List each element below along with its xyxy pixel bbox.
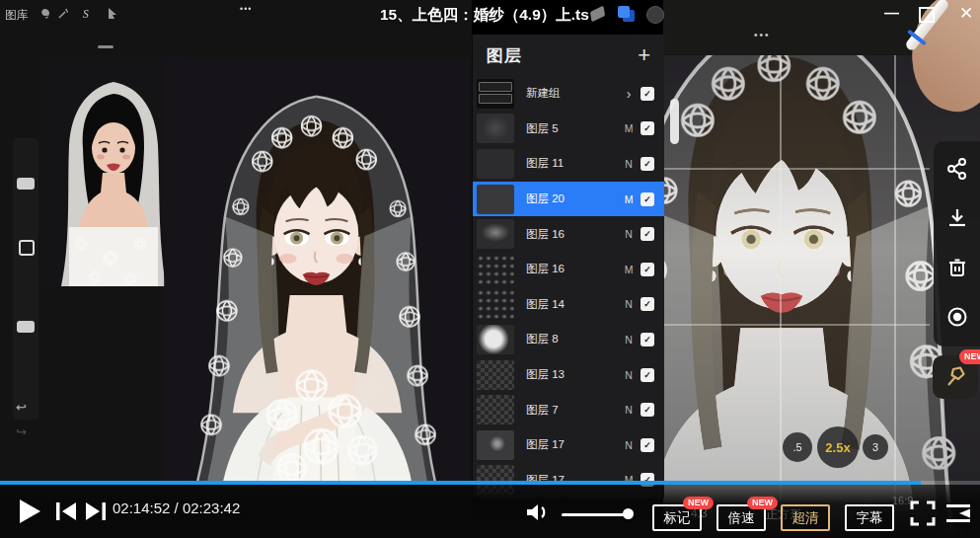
window-more-icon[interactable]: ••• <box>240 4 252 14</box>
brush-opacity-slider[interactable] <box>17 321 35 333</box>
color-tool-icon[interactable] <box>646 6 664 24</box>
minimize-button[interactable]: — <box>878 2 905 23</box>
wrench-icon[interactable] <box>38 8 49 20</box>
layer-visibility-checkbox[interactable]: ✓ <box>641 333 654 346</box>
share-icon[interactable] <box>945 157 969 181</box>
layer-name: 新建组 <box>526 86 619 101</box>
modify-button[interactable] <box>19 240 35 256</box>
layer-thumbnail[interactable] <box>477 255 514 284</box>
layer-row-selected[interactable]: 图层 20 M ✓ <box>473 182 664 217</box>
transform-arrow-icon[interactable] <box>107 7 118 20</box>
previous-button[interactable] <box>54 501 78 521</box>
zoom-option-half[interactable]: .5 <box>783 432 812 462</box>
layer-visibility-checkbox[interactable]: ✓ <box>641 192 654 206</box>
download-icon[interactable] <box>945 206 969 230</box>
closeup-artwork <box>663 55 980 538</box>
subtitle-button[interactable]: 字幕 <box>845 504 894 531</box>
layer-name: 图层 13 <box>526 367 619 382</box>
canvas-guide-line <box>780 55 782 538</box>
layer-blend-mode[interactable]: N <box>619 439 639 451</box>
layer-blend-mode[interactable]: M <box>619 122 639 134</box>
close-button[interactable]: ✕ <box>953 2 979 25</box>
layer-thumbnail[interactable] <box>477 79 514 109</box>
layer-blend-mode[interactable]: M <box>619 264 639 275</box>
record-icon[interactable] <box>945 305 969 329</box>
layer-visibility-checkbox[interactable]: ✓ <box>641 263 654 276</box>
layer-blend-mode[interactable]: N <box>619 404 639 416</box>
speed-button[interactable]: 倍速 NEW <box>716 504 766 531</box>
layer-visibility-checkbox[interactable]: ✓ <box>641 157 654 171</box>
layer-thumbnail[interactable] <box>477 360 514 390</box>
total-duration: 02:23:42 <box>183 500 240 516</box>
next-button[interactable] <box>84 501 108 521</box>
zoom-option-active[interactable]: 2.5x <box>817 426 859 468</box>
layer-visibility-checkbox[interactable]: ✓ <box>641 297 654 311</box>
layer-row-group[interactable]: 新建组 › ✓ <box>473 76 664 112</box>
fullscreen-icon[interactable] <box>910 500 936 526</box>
more-options-icon[interactable]: ••• <box>754 30 771 40</box>
layer-row[interactable]: 图层 8 N ✓ <box>473 322 664 357</box>
gallery-button[interactable]: 图库 <box>5 8 28 23</box>
layer-row[interactable]: 图层 14 N ✓ <box>473 287 664 323</box>
eraser-tool-icon[interactable] <box>590 6 605 23</box>
layer-row[interactable]: 图层 16 M ✓ <box>473 252 664 287</box>
layer-visibility-checkbox[interactable]: ✓ <box>641 438 654 452</box>
canvas-guide-line <box>663 324 930 326</box>
layer-thumbnail[interactable] <box>477 289 514 319</box>
layer-thumbnail[interactable] <box>477 219 514 249</box>
layer-blend-mode[interactable]: N <box>619 228 639 240</box>
layer-visibility-checkbox[interactable]: ✓ <box>641 87 654 101</box>
layer-row[interactable]: 图层 17 N ✓ <box>473 427 664 463</box>
add-layer-button[interactable]: + <box>638 45 650 65</box>
layers-tool-icon[interactable] <box>618 6 636 22</box>
mark-button[interactable]: 标记 NEW <box>652 504 702 531</box>
layer-blend-mode[interactable]: M <box>619 193 639 205</box>
drawing-canvas-area[interactable]: ↩ ↩ <box>0 0 472 538</box>
group-chevron-icon[interactable]: › <box>619 86 639 102</box>
layer-thumbnail[interactable] <box>477 395 514 424</box>
layer-visibility-checkbox[interactable]: ✓ <box>641 368 654 382</box>
layer-blend-mode[interactable]: N <box>619 369 639 381</box>
camera-view-panel[interactable]: ••• .5 2.5x 3 <box>663 0 980 538</box>
undo-icon[interactable]: ↩ <box>16 400 27 415</box>
playlist-toggle-icon[interactable] <box>945 502 971 524</box>
layer-thumbnail[interactable] <box>477 430 514 460</box>
canvas-top-dash <box>98 45 113 48</box>
layer-thumbnail[interactable] <box>477 149 514 179</box>
layer-blend-mode[interactable]: N <box>619 334 639 346</box>
brush-size-slider[interactable] <box>17 178 35 190</box>
layer-blend-mode[interactable]: N <box>619 158 639 170</box>
current-time: 02:14:52 <box>113 500 170 516</box>
layer-visibility-checkbox[interactable]: ✓ <box>641 403 654 417</box>
layer-row[interactable]: 图层 16 N ✓ <box>473 216 664 252</box>
top-bar: 图库 S ••• 15、上色四：婚纱（4.9）上.ts — ✕ <box>0 0 980 28</box>
layer-thumbnail[interactable] <box>477 325 514 354</box>
volume-icon[interactable] <box>524 500 552 524</box>
brush-sidebar: ↩ ↩ <box>13 138 38 420</box>
layer-visibility-checkbox[interactable]: ✓ <box>641 121 654 135</box>
redo-icon[interactable]: ↩ <box>16 424 27 439</box>
volume-slider-knob[interactable] <box>623 508 634 519</box>
layer-visibility-checkbox[interactable]: ✓ <box>641 227 654 241</box>
layer-row[interactable]: 图层 5 M ✓ <box>473 112 664 147</box>
zoom-option-three[interactable]: 3 <box>863 434 888 460</box>
quality-button[interactable]: 超清 <box>781 504 830 531</box>
layer-name: 图层 7 <box>526 403 619 418</box>
volume-slider[interactable] <box>562 513 632 516</box>
adjustments-wand-icon[interactable] <box>57 8 69 20</box>
play-button[interactable] <box>17 498 42 525</box>
layer-row[interactable]: 图层 11 N ✓ <box>473 146 664 182</box>
layer-row[interactable]: 图层 7 N ✓ <box>473 392 664 427</box>
artwork-closeup <box>663 55 980 538</box>
layer-thumbnail[interactable] <box>477 114 514 143</box>
layer-row[interactable]: 图层 13 N ✓ <box>473 357 664 393</box>
trash-icon[interactable] <box>945 256 969 279</box>
player-control-bar: 4:3 正方形 16:9 02:14:52 / 02:23:42 标记 NEW … <box>0 485 980 538</box>
video-title: 15、上色四：婚纱（4.9）上.ts <box>380 5 589 26</box>
selection-tool-icon[interactable]: S <box>83 8 89 20</box>
layer-blend-mode[interactable]: N <box>619 298 639 310</box>
layers-list: 新建组 › ✓ 图层 5 M ✓ 图层 11 N ✓ 图层 20 M ✓ <box>473 76 664 498</box>
maximize-button[interactable] <box>919 7 935 23</box>
layer-thumbnail[interactable] <box>477 185 514 214</box>
video-player: ↩ ↩ <box>0 0 980 538</box>
